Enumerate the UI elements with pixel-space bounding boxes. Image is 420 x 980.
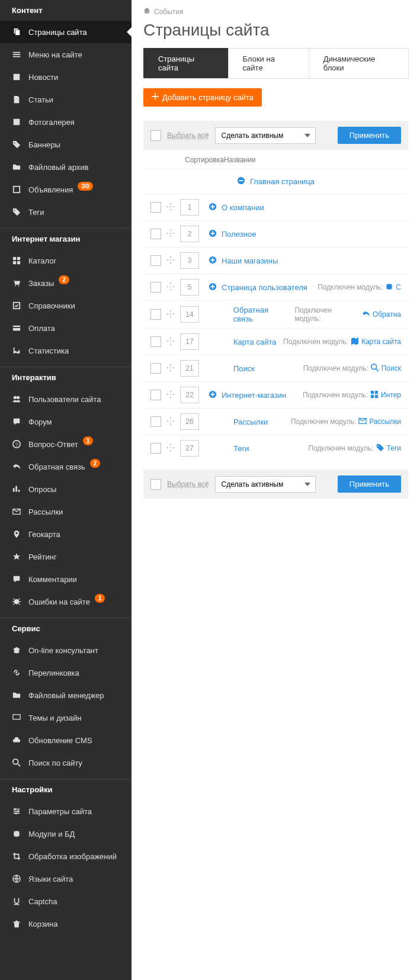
page-name-link[interactable]: Наши магазины xyxy=(222,256,278,265)
plus-circle-icon[interactable] xyxy=(209,390,217,400)
sidebar-item[interactable]: Параметры сайта xyxy=(0,800,132,822)
page-name-link[interactable]: Поиск xyxy=(233,364,255,373)
row-checkbox[interactable] xyxy=(150,390,161,400)
drag-handle-icon[interactable] xyxy=(166,390,175,400)
sidebar-item[interactable]: Меню на сайте xyxy=(0,43,132,66)
plus-circle-icon[interactable] xyxy=(209,229,217,239)
row-checkbox[interactable] xyxy=(150,255,161,266)
sidebar-item[interactable]: Перелинковка xyxy=(0,661,132,684)
minus-circle-icon[interactable] xyxy=(237,176,245,187)
row-checkbox[interactable] xyxy=(150,202,161,213)
sort-input[interactable] xyxy=(180,252,199,269)
page-name-link[interactable]: Интернет-магазин xyxy=(222,391,286,400)
sidebar-item[interactable]: Обратная связь2 xyxy=(0,455,132,478)
sidebar-item[interactable]: Каталог xyxy=(0,249,132,272)
select-all-checkbox[interactable] xyxy=(150,130,161,141)
drag-handle-icon[interactable] xyxy=(166,364,175,374)
drag-handle-icon[interactable] xyxy=(166,229,175,239)
sort-input[interactable] xyxy=(180,333,199,350)
sidebar-item[interactable]: Геокарта xyxy=(0,523,132,545)
sort-input[interactable] xyxy=(180,279,199,295)
drag-handle-icon[interactable] xyxy=(166,256,175,266)
sidebar-item[interactable]: Теги xyxy=(0,201,132,223)
sidebar-item[interactable]: Рейтинг xyxy=(0,545,132,568)
row-checkbox[interactable] xyxy=(150,443,161,454)
module-link[interactable]: Карта сайта xyxy=(361,338,401,346)
sidebar-item[interactable]: Статистика xyxy=(0,339,132,362)
sidebar-item[interactable]: Страницы сайта xyxy=(0,21,132,43)
apply-button[interactable]: Применить xyxy=(338,127,401,144)
apply-button-bottom[interactable]: Применить xyxy=(338,475,401,493)
bulk-action-select[interactable]: Сделать активным xyxy=(215,127,316,144)
tab[interactable]: Динамические блоки xyxy=(309,48,409,78)
sidebar-item[interactable]: Рассылки xyxy=(0,500,132,523)
sidebar-item[interactable]: Языки сайта xyxy=(0,867,132,890)
sort-input[interactable] xyxy=(180,360,199,377)
page-name-link[interactable]: Рассылки xyxy=(233,417,268,426)
sidebar-item[interactable]: Баннеры xyxy=(0,133,132,156)
sidebar-item[interactable]: Статьи xyxy=(0,88,132,111)
tab[interactable]: Страницы сайта xyxy=(143,48,229,78)
sidebar-item[interactable]: On-line консультант xyxy=(0,639,132,661)
page-name-link[interactable]: Страница пользователя xyxy=(222,283,307,292)
select-all-link[interactable]: Выбрать всё xyxy=(167,131,209,140)
module-link[interactable]: С xyxy=(396,283,401,291)
sidebar-item[interactable]: Объявления3/0 xyxy=(0,178,132,201)
drag-handle-icon[interactable] xyxy=(166,282,175,293)
row-checkbox[interactable] xyxy=(150,282,161,293)
select-all-checkbox-bottom[interactable] xyxy=(150,479,161,490)
page-name-link[interactable]: О компании xyxy=(222,203,264,212)
sidebar-item[interactable]: Форум xyxy=(0,410,132,433)
sidebar-item[interactable]: Заказы2 xyxy=(0,272,132,294)
plus-circle-icon[interactable] xyxy=(209,256,217,266)
drag-handle-icon[interactable] xyxy=(166,310,175,320)
tab[interactable]: Блоки на сайте xyxy=(228,48,309,78)
sidebar-item[interactable]: ?Вопрос-Ответ1 xyxy=(0,433,132,455)
sort-input[interactable] xyxy=(180,413,199,430)
sort-input[interactable] xyxy=(180,387,199,403)
sidebar-item[interactable]: Ошибки на сайте1 xyxy=(0,590,132,613)
sort-input[interactable] xyxy=(180,226,199,242)
add-page-button[interactable]: Добавить страницу сайта xyxy=(143,88,262,107)
sidebar-item[interactable]: Фотогалерея xyxy=(0,111,132,133)
page-name-link[interactable]: Полезное xyxy=(222,230,256,239)
sidebar-item[interactable]: Справочники xyxy=(0,294,132,317)
main-page-link[interactable]: Главная страница xyxy=(250,177,315,186)
page-name-link[interactable]: Обратная связь xyxy=(233,306,290,323)
sidebar-item[interactable]: Новости xyxy=(0,66,132,88)
breadcrumb-text[interactable]: События xyxy=(154,8,184,16)
bulk-action-select-bottom[interactable]: Сделать активным xyxy=(215,476,316,493)
sidebar-item[interactable]: Темы и дизайн xyxy=(0,706,132,729)
sidebar-item[interactable]: Файловый менеджер xyxy=(0,684,132,706)
sidebar-item[interactable]: Captcha xyxy=(0,890,132,912)
page-name-link[interactable]: Теги xyxy=(233,444,249,453)
module-link[interactable]: Интер xyxy=(381,391,401,399)
sidebar-item[interactable]: Модули и БД xyxy=(0,822,132,845)
sidebar-item[interactable]: Пользователи сайта xyxy=(0,388,132,410)
drag-handle-icon[interactable] xyxy=(166,337,175,347)
sort-input[interactable] xyxy=(180,306,199,323)
drag-handle-icon[interactable] xyxy=(166,444,175,454)
select-all-link-bottom[interactable]: Выбрать всё xyxy=(167,480,209,489)
drag-handle-icon[interactable] xyxy=(166,417,175,427)
module-link[interactable]: Поиск xyxy=(381,364,401,372)
page-name-link[interactable]: Карта сайта xyxy=(233,338,276,346)
sort-input[interactable] xyxy=(180,440,199,457)
drag-handle-icon[interactable] xyxy=(166,203,175,213)
row-checkbox[interactable] xyxy=(150,229,161,239)
row-checkbox[interactable] xyxy=(150,309,161,320)
sidebar-item[interactable]: Обновление CMS xyxy=(0,729,132,751)
plus-circle-icon[interactable] xyxy=(209,203,217,213)
sidebar-item[interactable]: Корзина xyxy=(0,912,132,935)
sidebar-item[interactable]: Обработка изображений xyxy=(0,845,132,867)
sidebar-item[interactable]: Оплата xyxy=(0,317,132,339)
sidebar-item[interactable]: Комментарии xyxy=(0,568,132,590)
row-checkbox[interactable] xyxy=(150,363,161,374)
sidebar-item[interactable]: Опросы xyxy=(0,478,132,500)
sidebar-item[interactable]: Файловый архив xyxy=(0,156,132,178)
plus-circle-icon[interactable] xyxy=(209,282,217,293)
row-checkbox[interactable] xyxy=(150,416,161,427)
sidebar-item[interactable]: Поиск по сайту xyxy=(0,751,132,774)
home-icon[interactable] xyxy=(143,7,150,16)
module-link[interactable]: Обратна xyxy=(373,310,401,319)
